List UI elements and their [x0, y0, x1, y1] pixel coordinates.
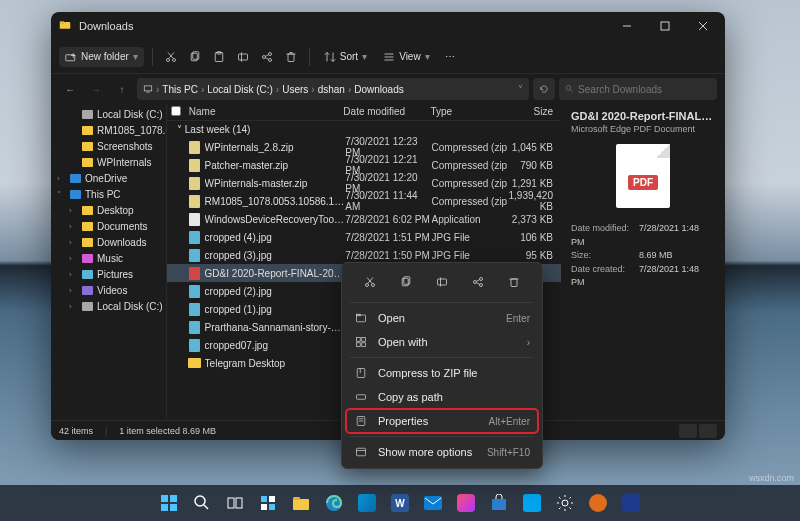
ctx-rename-button[interactable]	[431, 271, 453, 293]
sidebar-item[interactable]: ›Videos	[51, 282, 166, 298]
sidebar-item[interactable]: ›Local Disk (C:)	[51, 298, 166, 314]
explorer-taskbar[interactable]	[287, 489, 315, 517]
col-name[interactable]: Name	[185, 106, 344, 118]
app-taskbar-3[interactable]	[452, 489, 480, 517]
share-button[interactable]	[257, 45, 277, 69]
sidebar[interactable]: Local Disk (C:)RM1085_1078.0…Screenshots…	[51, 104, 167, 420]
sidebar-item[interactable]: ›OneDrive	[51, 170, 166, 186]
widgets-button[interactable]	[254, 489, 282, 517]
svg-line-12	[168, 52, 173, 58]
svg-rect-32	[144, 86, 152, 91]
search-input[interactable]	[578, 84, 711, 95]
new-folder-button[interactable]: New folder ▾	[59, 47, 144, 67]
crumb[interactable]: Users	[282, 84, 308, 95]
sort-icon	[324, 51, 336, 63]
sidebar-item[interactable]: RM1085_1078.0…	[51, 122, 166, 138]
view-button[interactable]: View▾	[377, 47, 436, 67]
app-taskbar-5[interactable]	[584, 489, 612, 517]
store-taskbar[interactable]	[485, 489, 513, 517]
copy-button[interactable]	[185, 45, 205, 69]
close-button[interactable]	[685, 12, 721, 40]
chevron-down-icon[interactable]: ˅	[518, 84, 523, 95]
forward-button[interactable]: →	[85, 78, 107, 100]
settings-taskbar[interactable]	[551, 489, 579, 517]
crumb[interactable]: Downloads	[354, 84, 403, 95]
sidebar-item[interactable]: WPInternals	[51, 154, 166, 170]
maximize-button[interactable]	[647, 12, 683, 40]
delete-button[interactable]	[281, 45, 301, 69]
search-button[interactable]	[188, 489, 216, 517]
svg-rect-56	[362, 343, 366, 347]
mail-taskbar[interactable]	[419, 489, 447, 517]
ctx-more-options[interactable]: Show more options Shift+F10	[346, 440, 538, 464]
svg-rect-71	[228, 498, 234, 508]
col-type[interactable]: Type	[430, 106, 506, 118]
pdf-badge: PDF	[628, 175, 658, 190]
app-taskbar-2[interactable]: W	[386, 489, 414, 517]
up-button[interactable]: ↑	[111, 78, 133, 100]
search-box[interactable]	[559, 78, 717, 100]
ctx-delete-button[interactable]	[503, 271, 525, 293]
svg-line-48	[477, 283, 480, 285]
thumbnail-view-button[interactable]	[699, 424, 717, 438]
svg-rect-63	[357, 448, 366, 456]
app-taskbar-6[interactable]	[617, 489, 645, 517]
select-all-checkbox[interactable]	[171, 106, 181, 116]
app-taskbar-4[interactable]	[518, 489, 546, 517]
crumb[interactable]: Local Disk (C:)	[207, 84, 273, 95]
minimize-button[interactable]	[609, 12, 645, 40]
sidebar-item[interactable]: ˅This PC	[51, 186, 166, 202]
col-date[interactable]: Date modified	[343, 106, 430, 118]
more-icon	[354, 445, 368, 459]
sidebar-item[interactable]: ›Music	[51, 250, 166, 266]
rename-button[interactable]	[233, 45, 253, 69]
back-button[interactable]: ←	[59, 78, 81, 100]
more-button[interactable]: ⋯	[440, 45, 460, 69]
svg-rect-54	[362, 338, 366, 342]
sidebar-item[interactable]: ›Desktop	[51, 202, 166, 218]
edge-taskbar[interactable]	[320, 489, 348, 517]
details-view-button[interactable]	[679, 424, 697, 438]
file-row[interactable]: WindowsDeviceRecoveryToolInstaller (…7/2…	[167, 210, 561, 228]
context-menu: Open Enter Open with › Compress to ZIP f…	[341, 262, 543, 469]
ctx-share-button[interactable]	[467, 271, 489, 293]
col-size[interactable]: Size	[507, 106, 561, 118]
sidebar-item[interactable]: ›Pictures	[51, 266, 166, 282]
ctx-open-with[interactable]: Open with ›	[346, 330, 538, 354]
app-taskbar-1[interactable]	[353, 489, 381, 517]
breadcrumb[interactable]: › This PC› Local Disk (C:)› Users› dshan…	[137, 78, 529, 100]
search-icon	[565, 84, 574, 94]
ctx-copy-button[interactable]	[395, 271, 417, 293]
svg-rect-1	[60, 21, 65, 23]
crumb[interactable]: This PC	[162, 84, 198, 95]
ctx-cut-button[interactable]	[359, 271, 381, 293]
file-row[interactable]: RM1085_1078.0053.10586.13169.12742…7/30/…	[167, 192, 561, 210]
column-headers[interactable]: Name Date modified Type Size	[167, 104, 561, 121]
paste-button[interactable]	[209, 45, 229, 69]
refresh-button[interactable]	[533, 78, 555, 100]
crumb[interactable]: dshan	[318, 84, 345, 95]
titlebar[interactable]: Downloads	[51, 12, 725, 40]
chevron-right-icon: ›	[527, 337, 530, 348]
ctx-properties[interactable]: Properties Alt+Enter	[346, 409, 538, 433]
preview-subtitle: Microsoft Edge PDF Document	[571, 124, 715, 134]
start-button[interactable]	[155, 489, 183, 517]
sidebar-item[interactable]: Local Disk (C:)	[51, 106, 166, 122]
ctx-open[interactable]: Open Enter	[346, 306, 538, 330]
svg-point-20	[268, 52, 271, 55]
svg-rect-55	[357, 343, 361, 347]
svg-point-82	[562, 500, 568, 506]
svg-rect-76	[269, 504, 275, 510]
ctx-copy-path[interactable]: Copy as path	[346, 385, 538, 409]
ctx-compress[interactable]: Compress to ZIP file	[346, 361, 538, 385]
taskbar[interactable]: W	[0, 485, 800, 521]
svg-line-39	[367, 278, 372, 284]
sidebar-item[interactable]: ›Documents	[51, 218, 166, 234]
svg-rect-74	[269, 496, 275, 502]
sidebar-item[interactable]: ›Downloads	[51, 234, 166, 250]
file-row[interactable]: cropped (4).jpg7/28/2021 1:51 PMJPG File…	[167, 228, 561, 246]
sidebar-item[interactable]: Screenshots	[51, 138, 166, 154]
cut-button[interactable]	[161, 45, 181, 69]
sort-button[interactable]: Sort▾	[318, 47, 373, 67]
task-view-button[interactable]	[221, 489, 249, 517]
